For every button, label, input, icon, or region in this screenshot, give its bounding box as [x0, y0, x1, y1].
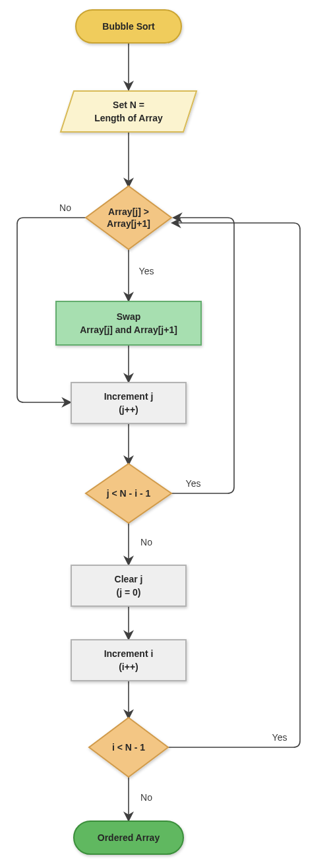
- label-clearj-l1: Clear j: [115, 574, 143, 584]
- svg-rect-6: [71, 565, 186, 606]
- svg-marker-1: [61, 91, 196, 132]
- node-setn: Set N = Length of Array: [61, 91, 196, 132]
- label-cmp-l1: Array[j] >: [108, 206, 149, 217]
- svg-rect-7: [71, 640, 186, 681]
- node-swap: Swap Array[j] and Array[j+1]: [56, 301, 201, 345]
- node-cmp: Array[j] > Array[j+1]: [86, 186, 171, 249]
- node-clearj: Clear j (j = 0): [71, 565, 186, 606]
- label-icond-l1: i < N - 1: [112, 742, 145, 753]
- label-jcond-l1: j < N - i - 1: [106, 488, 151, 499]
- label-jcond-no: No: [140, 537, 152, 547]
- node-end: Ordered Array: [74, 821, 183, 854]
- svg-rect-4: [71, 383, 186, 423]
- label-incj-l1: Increment j: [104, 391, 154, 402]
- node-icond: i < N - 1: [89, 718, 168, 777]
- label-swap-l2: Array[j] and Array[j+1]: [80, 325, 177, 335]
- flowchart-canvas: Yes No Yes No Yes No Bubble Sort Set N =…: [0, 0, 331, 868]
- label-start: Bubble Sort: [102, 21, 155, 32]
- label-icond-no: No: [140, 792, 152, 803]
- node-jcond: j < N - i - 1: [86, 464, 171, 523]
- label-clearj-l2: (j = 0): [117, 587, 141, 598]
- label-jcond-yes: Yes: [186, 478, 201, 489]
- label-inci-l2: (i++): [119, 662, 138, 672]
- label-cmp-l2: Array[j+1]: [107, 218, 150, 229]
- label-cmp-no: No: [59, 202, 71, 213]
- node-start: Bubble Sort: [76, 10, 181, 43]
- label-icond-yes: Yes: [272, 732, 287, 743]
- label-incj-l2: (j++): [119, 404, 138, 415]
- label-cmp-yes: Yes: [139, 266, 154, 276]
- label-end: Ordered Array: [98, 832, 160, 843]
- node-incj: Increment j (j++): [71, 383, 186, 423]
- label-setn-l1: Set N =: [113, 100, 144, 110]
- edge-jcond-cmp-yes: [171, 218, 234, 493]
- node-inci: Increment i (i++): [71, 640, 186, 681]
- label-inci-l1: Increment i: [104, 648, 154, 659]
- label-swap-l1: Swap: [117, 311, 141, 322]
- svg-rect-3: [56, 301, 201, 345]
- label-setn-l2: Length of Array: [94, 113, 163, 123]
